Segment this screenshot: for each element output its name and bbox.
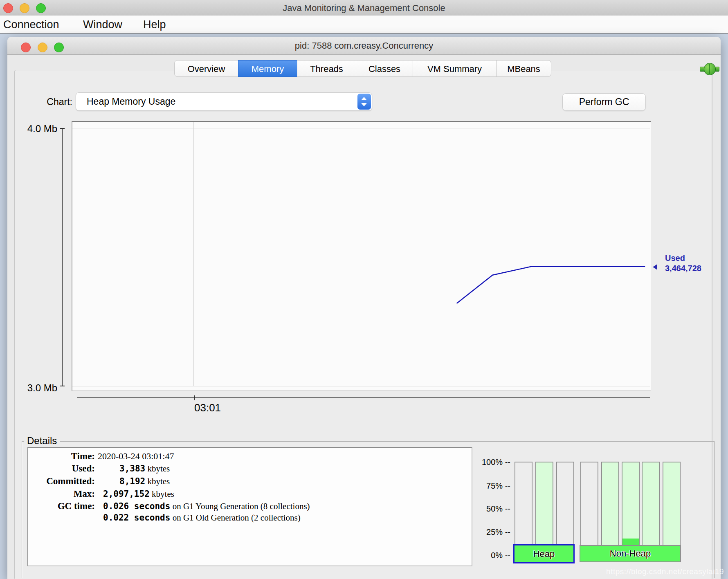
detail-row: Max: 2,097,152 kbytes (28, 489, 462, 501)
menu-window[interactable]: Window (83, 18, 122, 31)
pool-axis-75: 75% -- (457, 481, 510, 491)
detail-row: GC time: 0.026 seconds on G1 Young Gener… (28, 501, 462, 513)
y-axis-label-top: 4.0 Mb (16, 123, 57, 135)
tab-overview[interactable]: Overview (174, 60, 238, 77)
menu-bar: Connection Window Help (0, 16, 728, 34)
menu-connection[interactable]: Connection (3, 18, 59, 31)
pool-bar-heap (515, 462, 533, 557)
used-series-value: 3,464,728 (665, 264, 726, 273)
menu-help[interactable]: Help (143, 18, 166, 31)
pool-axis-100: 100% -- (457, 458, 510, 467)
pool-bar-non-heap (642, 462, 660, 557)
used-marker-icon (653, 264, 657, 270)
connection-status-icon (700, 63, 719, 75)
perform-gc-button[interactable]: Perform GC (562, 93, 646, 111)
outer-window-title: Java Monitoring & Management Console (0, 3, 728, 13)
memory-usage-plot (72, 121, 651, 391)
used-heap-line (72, 122, 650, 390)
y-axis (62, 128, 63, 386)
tab-threads[interactable]: Threads (297, 60, 356, 77)
pool-bar-non-heap (663, 462, 681, 557)
tab-memory[interactable]: Memory (238, 60, 297, 77)
pool-bar-non-heap (580, 462, 598, 557)
y-axis-tick (60, 128, 65, 129)
non-heap-button[interactable]: Non-Heap (580, 545, 681, 562)
pool-bar-heap (556, 462, 574, 557)
pool-axis-25: 25% -- (457, 527, 510, 537)
pool-axis-0: 0% -- (457, 551, 510, 560)
used-series-label: Used (665, 254, 726, 263)
screen: Java Monitoring & Management Console Con… (0, 0, 728, 579)
x-axis-tick (194, 395, 195, 400)
details-title: Details (24, 435, 60, 447)
outer-titlebar: Java Monitoring & Management Console (0, 0, 728, 16)
detail-row: Time: 2020-03-24 03:01:47 (28, 451, 462, 463)
app-window: pid: 7588 com.creasy.Concurrency Overvie… (7, 37, 721, 579)
heap-button[interactable]: Heap (513, 544, 575, 563)
chevron-up-down-icon (357, 94, 371, 110)
chart-select-value: Heap Memory Usage (87, 96, 175, 107)
chart-select[interactable]: Heap Memory Usage (76, 92, 372, 111)
tab-vm-summary[interactable]: VM Summary (413, 60, 497, 77)
pool-bar-non-heap (622, 462, 640, 557)
tab-bar: Overview Memory Threads Classes VM Summa… (175, 60, 551, 77)
tab-mbeans[interactable]: MBeans (496, 60, 551, 77)
pool-axis-50: 50% -- (457, 504, 510, 514)
pool-bar-heap (535, 462, 553, 557)
x-axis-label: 03:01 (194, 402, 221, 414)
watermark-text: https://blog.csdn.net/creasylai19 (560, 567, 724, 576)
detail-row: 0.022 seconds on G1 Old Generation (2 co… (28, 512, 462, 525)
x-axis (77, 397, 650, 398)
inner-titlebar: pid: 7588 com.creasy.Concurrency (7, 37, 721, 55)
chart-dropdown-label: Chart: (36, 96, 72, 108)
y-axis-tick (60, 386, 65, 386)
details-text-area: Time: 2020-03-24 03:01:47 Used: 3,383 kb… (27, 447, 472, 566)
memory-pool-bars (515, 462, 682, 557)
detail-row: Used: 3,383 kbytes (28, 463, 462, 476)
pool-bar-non-heap (601, 462, 619, 557)
window-title: pid: 7588 com.creasy.Concurrency (7, 40, 721, 51)
tab-classes[interactable]: Classes (356, 60, 413, 77)
detail-row: Committed: 8,192 kbytes (28, 476, 462, 488)
y-axis-label-bottom: 3.0 Mb (16, 382, 57, 394)
